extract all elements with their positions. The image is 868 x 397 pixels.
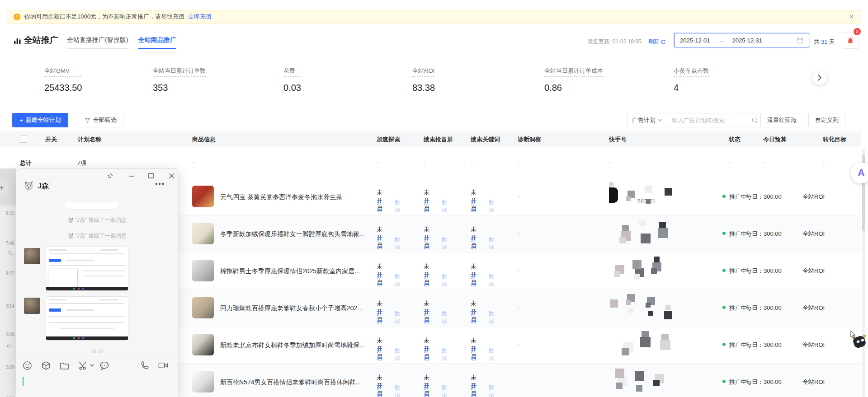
enable-link[interactable]: 开启: [377, 199, 382, 214]
enable-link[interactable]: 开启: [424, 310, 429, 325]
product-thumbnail[interactable]: [192, 297, 214, 318]
plus-icon: +: [19, 117, 23, 124]
product-title[interactable]: 回力瑞爆款百搭厚底老爹鞋女春秋小个子增高202...: [220, 304, 374, 313]
enable-link[interactable]: 开启: [424, 347, 429, 362]
search-input[interactable]: [667, 117, 751, 124]
new-plan-button[interactable]: +新建全站计划: [12, 113, 68, 127]
enable-link[interactable]: 开启: [377, 236, 382, 251]
enable-link[interactable]: 开启: [377, 347, 382, 362]
traffic-analysis-button[interactable]: 流量红蓝海: [760, 113, 803, 127]
filter-button[interactable]: 全部筛选: [78, 113, 123, 127]
recall-notice: "J森" 撤回了一条消息: [16, 216, 178, 224]
data-link[interactable]: 数据: [395, 236, 400, 251]
product-title[interactable]: 棉拖鞋男士冬季厚底保暖情侣2025新款室内家居...: [220, 267, 374, 276]
enable-link[interactable]: 开启: [377, 310, 382, 325]
product-thumbnail[interactable]: [192, 260, 214, 281]
screenshot-message[interactable]: [46, 296, 128, 341]
product-thumbnail[interactable]: [192, 223, 214, 244]
data-link[interactable]: 数据: [489, 310, 494, 325]
data-link[interactable]: 数据: [489, 273, 494, 288]
message-input[interactable]: [16, 369, 178, 397]
avatar[interactable]: [24, 298, 40, 314]
data-link[interactable]: 数据: [395, 273, 400, 288]
enable-link[interactable]: 开启: [377, 384, 382, 397]
recharge-link[interactable]: 立即充值: [188, 13, 212, 21]
data-link[interactable]: 数据: [395, 384, 400, 397]
assistant-float-button[interactable]: A: [851, 163, 868, 183]
enable-link[interactable]: 开启: [471, 310, 476, 325]
pin-icon[interactable]: [107, 173, 113, 179]
scrollbar[interactable]: [862, 149, 865, 397]
product-thumbnail[interactable]: [192, 371, 214, 392]
chevron-down-icon: [658, 119, 662, 121]
enable-link[interactable]: 开启: [424, 199, 429, 214]
date-start[interactable]: 2025-12-01: [680, 37, 710, 44]
divider: [16, 358, 178, 358]
data-link[interactable]: 数据: [442, 384, 447, 397]
data-link[interactable]: 数据: [442, 310, 447, 325]
status-text: 推广中: [729, 304, 747, 312]
enable-link[interactable]: 开启: [471, 236, 476, 251]
data-link[interactable]: 数据: [395, 199, 400, 214]
column-budget: 今日预算: [763, 135, 787, 144]
data-link[interactable]: 数据: [489, 384, 494, 397]
kuaishou-account-cell: [609, 219, 681, 248]
data-link[interactable]: 数据: [489, 347, 494, 362]
enable-link[interactable]: 开启: [471, 273, 476, 288]
enable-link[interactable]: 开启: [377, 273, 382, 288]
mascot-float-icon[interactable]: [850, 331, 868, 350]
data-link[interactable]: 数据: [395, 310, 400, 325]
data-link[interactable]: 数据: [395, 347, 400, 362]
enable-link[interactable]: 开启: [424, 384, 429, 397]
status-dot: [722, 380, 726, 383]
enable-link[interactable]: 开启: [424, 273, 429, 288]
close-icon[interactable]: ×: [849, 13, 854, 21]
data-link[interactable]: 数据: [442, 236, 447, 251]
maximize-icon[interactable]: [148, 173, 154, 179]
search-icon[interactable]: [751, 117, 758, 124]
minimize-icon[interactable]: [128, 173, 135, 179]
screenshot-message[interactable]: [46, 247, 128, 291]
chat-add-button[interactable]: +: [0, 181, 8, 195]
select-all-checkbox[interactable]: [20, 135, 27, 143]
date-end[interactable]: 2025-12-31: [732, 37, 763, 44]
date-range-picker[interactable]: 2025-12-01 → 2025-12-31: [674, 33, 809, 47]
close-icon[interactable]: [168, 173, 175, 179]
metrics-next-button[interactable]: [812, 70, 827, 85]
column-product-info: 商品信息: [192, 135, 216, 144]
enable-link[interactable]: 开启: [424, 236, 429, 251]
kuaishou-account-cell: [609, 293, 681, 322]
product-title[interactable]: 新百伦N574男女百搭情侣老爹鞋时尚百搭休闲鞋...: [220, 378, 374, 387]
tab-product-promotion[interactable]: 全站商品推广: [138, 36, 176, 49]
arrow-right-icon: →: [718, 37, 724, 44]
data-link[interactable]: 数据: [442, 347, 447, 362]
enable-link[interactable]: 开启: [471, 347, 476, 362]
target-value: 全站ROI: [802, 193, 825, 201]
enable-link[interactable]: 开启: [471, 384, 476, 397]
avatar[interactable]: [24, 248, 40, 264]
data-link[interactable]: 数据: [442, 273, 447, 288]
status-dot: [722, 343, 726, 346]
plan-type-select[interactable]: 广告计划: [627, 113, 667, 127]
data-link[interactable]: 数据: [442, 199, 447, 214]
refresh-button[interactable]: 刷新: [648, 38, 666, 46]
product-title[interactable]: 新款老北京布鞋女棉鞋冬季加绒加厚时尚雪地靴保...: [220, 341, 374, 350]
status-dot: [722, 232, 726, 235]
product-title[interactable]: 元气四宝 茶黄芪党参西洋参麦冬泡水养生茶: [220, 193, 374, 201]
data-link[interactable]: 数据: [489, 236, 494, 251]
data-link[interactable]: 数据: [489, 199, 494, 214]
product-title[interactable]: 冬季新款加绒保暖乐福鞋女一脚蹬厚底包头雪地靴...: [220, 230, 374, 238]
tab-live-promotion[interactable]: 全站直播推广(智投版): [67, 36, 128, 49]
custom-columns-button[interactable]: 自定义列: [808, 113, 845, 127]
product-thumbnail[interactable]: [192, 186, 214, 207]
chart-icon: [14, 37, 21, 44]
enable-link[interactable]: 开启: [471, 199, 476, 214]
chat-list-time: 2/29: [6, 332, 14, 337]
column-target: 转化目标: [823, 135, 846, 144]
product-thumbnail[interactable]: [192, 334, 214, 355]
more-icon[interactable]: •••: [155, 180, 165, 187]
column-switch: 开关: [45, 135, 57, 144]
metric-cart-clicks: 小黄车点击数4: [674, 67, 709, 93]
status-dot: [722, 269, 726, 272]
budget-value: 每日：300.00: [746, 193, 782, 201]
